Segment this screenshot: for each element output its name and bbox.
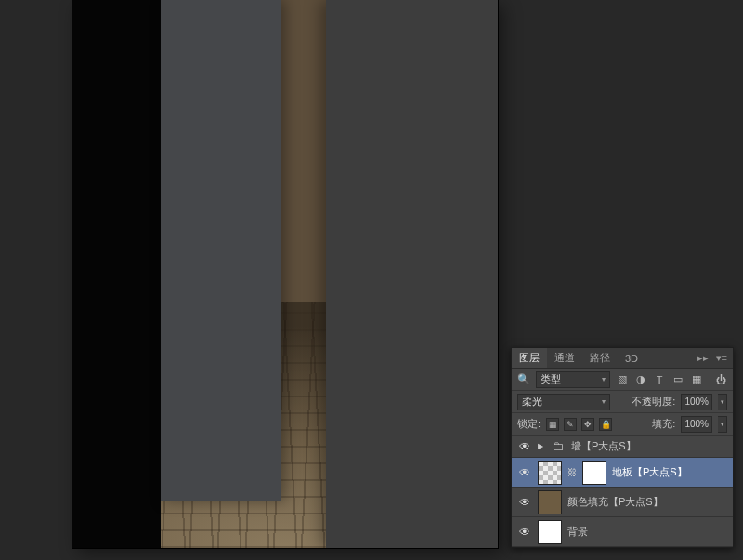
layer-group-wall[interactable]: 👁 ▶ 🗀 墙【P大点S】	[512, 436, 733, 458]
layer-label: 颜色填充【P大点S】	[567, 495, 663, 509]
search-icon[interactable]: 🔍	[517, 372, 530, 387]
filter-pixel-icon[interactable]: ▧	[616, 372, 629, 387]
tab-paths[interactable]: 路径	[582, 348, 618, 368]
layer-background[interactable]: 👁 背景	[512, 517, 733, 547]
filter-adjust-icon[interactable]: ◑	[634, 372, 647, 387]
visibility-toggle[interactable]: 👁	[517, 465, 532, 480]
layer-floor[interactable]: 👁 ⛓ 地板【P大点S】	[512, 458, 733, 488]
tab-channels[interactable]: 通道	[547, 348, 582, 368]
visibility-toggle[interactable]: 👁	[517, 439, 532, 454]
fill-value-box[interactable]: 100%	[681, 416, 712, 433]
layer-thumbnail	[538, 461, 562, 485]
layers-panel: 图层 通道 路径 3D ▸▸ ▾≡ 🔍 类型▾ ▧ ◑ T ▭ ▦ ⏻ 柔光▾ …	[511, 347, 734, 548]
tab-3d[interactable]: 3D	[618, 348, 645, 368]
artwork-wall-left-grey	[161, 0, 281, 501]
lock-all-icon[interactable]: 🔒	[599, 418, 612, 431]
layer-list: 👁 ▶ 🗀 墙【P大点S】 👁 ⛓ 地板【P大点S】 👁 颜色填充【P大点S】 …	[512, 436, 733, 547]
tab-layers[interactable]: 图层	[512, 348, 547, 368]
layer-thumbnail	[538, 520, 562, 544]
fill-label: 填充:	[652, 417, 675, 431]
blend-mode-combo[interactable]: 柔光▾	[517, 394, 610, 410]
blend-opacity-row: 柔光▾ 不透明度: 100% ▾	[512, 391, 733, 413]
opacity-stepper[interactable]: ▾	[718, 394, 727, 410]
layer-filter-row: 🔍 类型▾ ▧ ◑ T ▭ ▦ ⏻	[512, 369, 733, 391]
folder-icon: 🗀	[549, 440, 566, 453]
fill-stepper[interactable]: ▾	[718, 416, 727, 433]
panel-menu-icon[interactable]: ▾≡	[716, 352, 727, 364]
lock-position-icon[interactable]: ✥	[581, 418, 594, 431]
layer-mask-thumbnail	[582, 461, 606, 485]
opacity-value-box[interactable]: 100%	[681, 394, 712, 410]
lock-controls: ▦ ✎ ✥ 🔒	[546, 418, 612, 431]
opacity-label: 不透明度:	[632, 395, 675, 409]
layer-label: 地板【P大点S】	[612, 465, 687, 479]
visibility-toggle[interactable]: 👁	[517, 525, 532, 540]
document-canvas[interactable]	[72, 0, 498, 548]
layer-label: 背景	[567, 525, 588, 539]
lock-pixels-icon[interactable]: ✎	[564, 418, 577, 431]
filter-shape-icon[interactable]: ▭	[671, 372, 684, 387]
layer-color-fill[interactable]: 👁 颜色填充【P大点S】	[512, 488, 733, 517]
lock-label: 锁定:	[517, 417, 541, 431]
artwork-wall-left-dark	[72, 0, 161, 548]
collapse-icon[interactable]: ▸▸	[697, 352, 709, 364]
layer-label: 墙【P大点S】	[571, 439, 636, 453]
filter-smart-icon[interactable]: ▦	[690, 372, 703, 387]
visibility-toggle[interactable]: 👁	[517, 495, 532, 510]
artwork-wall-right	[326, 0, 498, 548]
lock-fill-row: 锁定: ▦ ✎ ✥ 🔒 填充: 100% ▾	[512, 413, 733, 436]
disclosure-triangle-icon[interactable]: ▶	[538, 442, 543, 450]
lock-transparency-icon[interactable]: ▦	[546, 418, 559, 431]
layer-thumbnail	[538, 490, 562, 514]
mask-link-icon[interactable]: ⛓	[567, 467, 577, 477]
panel-tabs: 图层 通道 路径 3D ▸▸ ▾≡	[512, 348, 733, 369]
filter-toggle-icon[interactable]: ⏻	[714, 372, 727, 387]
filter-type-combo[interactable]: 类型▾	[536, 371, 610, 388]
filter-type-icon[interactable]: T	[653, 372, 666, 387]
